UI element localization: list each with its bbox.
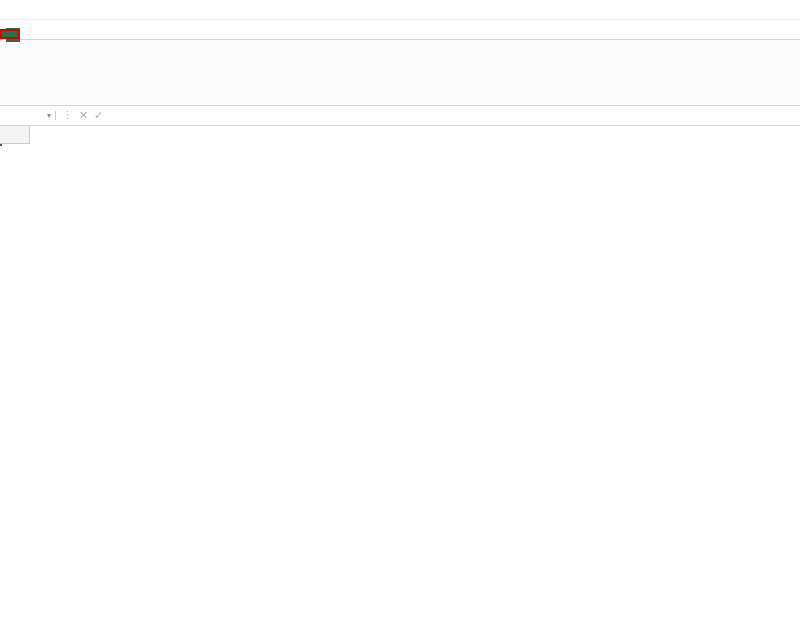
select-all-corner[interactable] xyxy=(0,126,30,144)
qat-redo-icon[interactable] xyxy=(66,2,80,16)
formula-bar-row: ▾ ⋮ ✕ ✓ xyxy=(0,106,800,126)
ribbon-tabs xyxy=(0,20,800,40)
spreadsheet-grid[interactable] xyxy=(0,126,800,618)
chevron-down-icon[interactable]: ▾ xyxy=(47,111,51,120)
ribbon xyxy=(0,40,800,106)
enter-icon[interactable]: ✓ xyxy=(94,109,103,122)
column-headers xyxy=(0,126,800,144)
qat-undo-icon[interactable] xyxy=(48,2,62,16)
tab-file[interactable] xyxy=(0,29,20,39)
qat-menu-icon[interactable] xyxy=(84,2,98,16)
name-box[interactable]: ▾ xyxy=(0,111,56,120)
quick-access-toolbar xyxy=(48,2,98,16)
text-box-shape[interactable] xyxy=(0,144,2,146)
titlebar xyxy=(0,0,800,20)
cancel-icon[interactable]: ✕ xyxy=(79,109,88,122)
fx-sep: ⋮ xyxy=(62,109,73,122)
